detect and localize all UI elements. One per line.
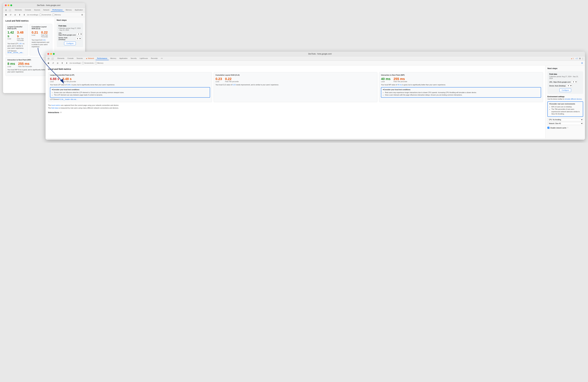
front-more-icon[interactable]: ⋮ (582, 57, 584, 60)
front-tab-lighthouse[interactable]: Lighthouse (138, 57, 149, 60)
bg-inp-field: 255 ms Field 75th Percentile (18, 62, 32, 67)
tab-security[interactable]: Security (84, 8, 85, 12)
front-consider-real-list: 83% of users are on desktop. The 75th pe… (549, 106, 581, 115)
clear-icon[interactable]: ⊘ (13, 13, 17, 16)
front-lcp-val-link[interactable]: 6.88 s (67, 84, 71, 86)
front-url-label: URL: https://fonts.google.com/ (549, 81, 571, 83)
bg-device-select[interactable]: ▼ (75, 37, 82, 40)
tab-performance[interactable]: Performance (51, 8, 64, 12)
front-recording-toolbar: ⏺ ↺ ⊘ ⬆ ⬇ (no recordings) Screenshots Me… (45, 61, 585, 65)
inspect-icon[interactable]: ⊡ (4, 8, 8, 12)
front-memory-checkbox[interactable]: Memory (95, 62, 104, 64)
front-lcp-consider-list: Screen size can influence what the LCP e… (52, 91, 208, 96)
front-simulate-link[interactable]: simulate different devices (565, 98, 582, 100)
front-inp-consider-item-0: Real users may experience longer interac… (385, 91, 539, 94)
bg-lcp-element-link[interactable]: div.tile__text.tile__edu... (7, 52, 24, 53)
tab-application[interactable]: Application (73, 8, 84, 12)
front-lcp-element-link[interactable]: h1.tile__header--title.mai... (59, 99, 77, 100)
front-tab-elements[interactable]: Elements (56, 57, 66, 60)
settings2-icon[interactable]: ⚙ (81, 13, 84, 16)
front-close-button[interactable] (47, 53, 49, 55)
close-button[interactable] (5, 4, 7, 6)
front-screenshots-checkbox[interactable]: Screenshots (82, 62, 94, 64)
bg-lcp-link[interactable]: 1.42 s (18, 43, 23, 44)
download-icon[interactable]: ⬇ (22, 13, 26, 16)
front-network-row: Network: Slow 4G (547, 122, 583, 125)
front-settings2-icon[interactable]: ⚙ (580, 61, 584, 65)
front-tab-sources[interactable]: Sources (75, 57, 84, 60)
front-inp-val-link[interactable]: 40 ms (398, 84, 402, 86)
front-inp-desc: Your local INP value of 40 ms is good, b… (381, 84, 541, 86)
front-cls-val-link[interactable]: 0.23 (232, 84, 235, 86)
tab-elements[interactable]: Elements (13, 8, 23, 12)
front-lcp-field-value: 3.48 s (62, 77, 76, 81)
front-interactions-icon: ⊘ (60, 111, 62, 113)
screenshots-checkbox[interactable]: Screenshots (40, 14, 51, 16)
front-field-data-link[interactable]: field data (51, 107, 58, 109)
front-url-select[interactable]: ▼ (571, 80, 577, 83)
front-lcp-consider-item-0: Screen size can influence what the LCP e… (54, 91, 208, 94)
front-tab-console[interactable]: Console (66, 57, 75, 60)
front-lcp-element: LCP Element h1.tile__header--title.mai..… (50, 99, 210, 100)
front-device-row: Device: Auto (Desktop) ▼ (549, 84, 581, 87)
front-clear-icon[interactable]: ⊘ (56, 61, 59, 65)
front-tab-recorder[interactable]: Recorder (149, 57, 159, 60)
front-memory-label: Memory (97, 62, 104, 64)
record-icon[interactable]: ⏺ (4, 13, 8, 16)
front-disable-cache-checkbox[interactable] (547, 127, 549, 129)
front-cls-values: 0.23 Local 0.22 Field 75th percentile (215, 77, 376, 82)
memory-checkbox[interactable]: Memory (52, 14, 61, 16)
front-network-select[interactable]: Network: Slow 4G (547, 122, 583, 125)
front-inspect-icon[interactable]: ⊡ (47, 57, 50, 60)
bg-lcp-values: 1.42 s Local 3.48 s Field 75th Percentil… (7, 31, 26, 41)
front-device-select[interactable]: ▼ (566, 84, 572, 87)
front-settings-icon[interactable]: ⚙ (579, 57, 581, 60)
front-interactions-row: Interactions ⊘ (48, 111, 543, 114)
front-download-icon[interactable]: ⬇ (65, 61, 68, 65)
front-cls-field-label: Field 75th percentile (225, 81, 239, 82)
bg-inp-local: 8 ms Local (7, 62, 15, 67)
bg-lcp-field-value: 3.48 s (17, 31, 26, 38)
front-reload-icon[interactable]: ↺ (51, 61, 55, 65)
tab-sources[interactable]: Sources (33, 8, 42, 12)
reload-icon[interactable]: ↺ (9, 13, 12, 16)
front-record-icon[interactable]: ⏺ (47, 61, 50, 65)
front-field-data-section: Field data Collection period: Aug 27, 20… (547, 71, 583, 94)
front-window: DevTools - fonts.google.com/ ⊡ ⬜ Element… (45, 52, 585, 140)
front-lcp-title: Largest Contentful Paint (LCP) (50, 74, 210, 76)
front-tab-network[interactable]: ▲ Network (84, 57, 96, 60)
front-maximize-button[interactable] (53, 53, 55, 55)
bg-cls-local: 0.21 Local (32, 31, 38, 38)
front-titlebar: DevTools - fonts.google.com/ (45, 52, 585, 56)
bg-cls-link[interactable]: 0.21 (42, 39, 45, 41)
bg-url-select[interactable]: ▼ (76, 33, 83, 36)
tab-network[interactable]: Network (42, 8, 51, 12)
front-configure-button[interactable]: Configure (559, 88, 571, 92)
bg-field-data-title: Field data (59, 25, 82, 27)
front-cpu-select[interactable]: CPU: No throttling (547, 118, 583, 121)
front-upload-icon[interactable]: ⬆ (61, 61, 64, 65)
front-tab-performance[interactable]: Performance (96, 57, 109, 60)
bg-configure-button[interactable]: Configure (64, 41, 76, 45)
minimize-button[interactable] (8, 4, 9, 6)
front-tab-security[interactable]: Security (129, 57, 138, 60)
maximize-button[interactable] (10, 4, 12, 6)
front-inp-title: Interaction to Next Paint (INP) (381, 74, 541, 76)
front-tab-memory[interactable]: Memory (109, 57, 118, 60)
front-footer: The local metrics are captured from the … (48, 104, 543, 109)
tab-memory[interactable]: Memory (64, 8, 73, 12)
front-tab-more[interactable]: >> (159, 57, 164, 60)
tab-console[interactable]: Console (23, 8, 33, 12)
bg-inp-desc: Your local INP 8 ms is good, and is sign… (7, 69, 50, 73)
bg-inp-card: Interaction to Next Paint (INP) 8 ms Loc… (5, 57, 52, 76)
device-icon[interactable]: ⬜ (8, 8, 12, 12)
front-tab-application[interactable]: Application (118, 57, 129, 60)
front-consider-real-title: ▾Consider real user environments (549, 103, 581, 105)
front-device-icon[interactable]: ⬜ (51, 57, 54, 60)
front-minimize-button[interactable] (50, 53, 52, 55)
front-collection-period: Collection period: Aug 27, 2024 - Sep 23… (549, 76, 581, 79)
front-local-metrics-link[interactable]: local metrics (51, 104, 61, 106)
upload-icon[interactable]: ⬆ (18, 13, 21, 16)
front-tab-bar: ⊡ ⬜ Elements Console Sources ▲ Network P… (45, 56, 585, 61)
front-lcp-consider-box: ▾Consider your local test conditions Scr… (50, 87, 210, 98)
